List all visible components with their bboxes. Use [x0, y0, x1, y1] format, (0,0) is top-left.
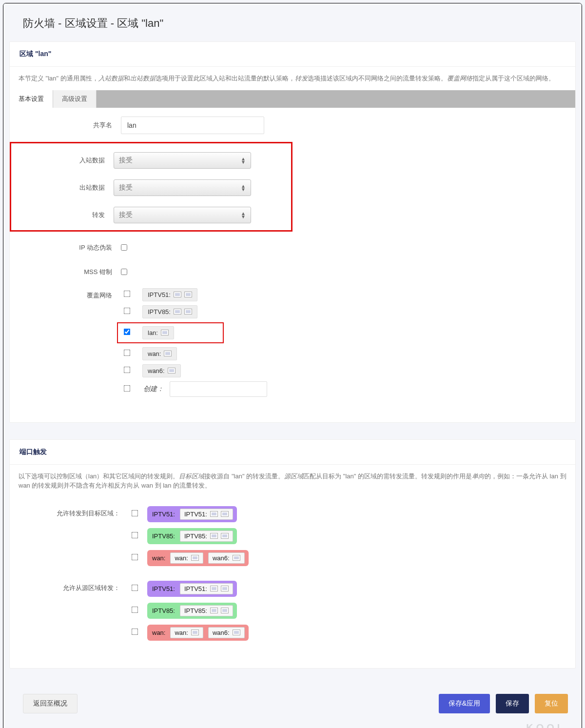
fwd-dest-label: 允许转发到目标区域：: [19, 506, 129, 518]
footer: Powered by LuCI Master (git-20.117.60969…: [9, 724, 576, 728]
interface-icon: [174, 309, 181, 315]
save-button[interactable]: 保存: [496, 694, 529, 713]
zone-checkbox[interactable]: [131, 510, 138, 517]
interface-icon: [221, 511, 229, 517]
zone-name: IPTV85:: [152, 607, 175, 614]
zone-chip[interactable]: IPTV85:IPTV85:: [147, 603, 237, 619]
zone-checkbox[interactable]: [131, 532, 138, 539]
zone-row: wan:wan: wan6:: [129, 625, 249, 641]
zone-chip[interactable]: IPTV51:IPTV51:: [147, 506, 237, 522]
network-check-wan[interactable]: [123, 350, 130, 356]
name-label: 共享名: [19, 121, 121, 130]
chevron-updown-icon: ▲▼: [241, 212, 246, 218]
port-panel-desc: 以下选项可以控制区域（lan）和其它区域间的转发规则。目标区域接收源自 "lan…: [10, 465, 575, 497]
interface-icon: [161, 330, 169, 335]
interface-icon: [174, 292, 181, 297]
zone-chip[interactable]: IPTV51:IPTV51:: [147, 581, 237, 597]
network-check-wan6[interactable]: [123, 367, 130, 374]
tabs: 基本设置 高级设置: [10, 90, 575, 108]
interface-icon: [221, 608, 229, 613]
input-select[interactable]: 接受 ▲▼: [114, 152, 251, 169]
interface-icon: [210, 586, 218, 591]
forward-select[interactable]: 接受 ▲▼: [114, 207, 251, 223]
zone-checkbox[interactable]: [131, 629, 138, 635]
masq-label: IP 动态伪装: [19, 243, 121, 252]
zone-sub: IPTV85:: [180, 531, 233, 542]
output-select[interactable]: 接受 ▲▼: [114, 179, 251, 196]
network-tag[interactable]: lan:: [142, 326, 174, 339]
output-label: 出站数据: [11, 183, 114, 192]
zone-chip[interactable]: wan:wan: wan6:: [147, 550, 249, 566]
back-button[interactable]: 返回至概况: [23, 694, 78, 713]
forward-label: 转发: [11, 211, 114, 219]
interface-icon: [191, 555, 199, 561]
zone-name: IPTV51:: [152, 585, 175, 592]
zone-sub: wan6:: [208, 627, 245, 638]
zone-panel-desc: 本节定义 "lan" 的通用属性，入站数据和出站数据选项用于设置此区域入站和出站…: [10, 67, 575, 90]
zone-chip[interactable]: IPTV85:IPTV85:: [147, 528, 237, 544]
network-tag[interactable]: IPTV51:: [142, 288, 197, 301]
zone-panel: 区域 "lan" 本节定义 "lan" 的通用属性，入站数据和出站数据选项用于设…: [9, 41, 576, 423]
page-title: 防火墙 - 区域设置 - 区域 "lan": [9, 6, 576, 41]
network-lan-highlight: lan:: [117, 322, 224, 343]
zone-row: IPTV51:IPTV51:: [129, 581, 249, 597]
zone-name: IPTV85:: [152, 532, 175, 540]
masq-checkbox[interactable]: [121, 244, 127, 251]
network-check-iptv85[interactable]: [123, 308, 130, 315]
name-input[interactable]: [121, 117, 264, 134]
zone-sub: wan:: [170, 627, 203, 638]
interface-icon: [210, 608, 218, 613]
network-row-wan6: wan6:: [121, 364, 267, 377]
zone-checkbox[interactable]: [131, 585, 138, 591]
network-check-iptv51[interactable]: [123, 291, 130, 297]
policy-highlight-box: 入站数据 接受 ▲▼ 出站数据 接受 ▲▼ 转发: [10, 142, 292, 232]
zone-row: wan:wan: wan6:: [129, 550, 249, 566]
zone-panel-header: 区域 "lan": [10, 42, 575, 67]
interface-icon: [233, 555, 240, 561]
zone-row: IPTV85:IPTV85:: [129, 528, 249, 544]
network-row-iptv51: IPTV51:: [121, 288, 267, 301]
interface-icon: [191, 630, 199, 635]
zone-checkbox[interactable]: [131, 607, 138, 613]
interface-icon: [168, 368, 176, 374]
reset-button[interactable]: 复位: [535, 694, 568, 713]
network-tag[interactable]: wan:: [142, 347, 177, 360]
watermark: KOOL S H A R E: [526, 722, 566, 728]
interface-icon: [184, 292, 192, 297]
zone-chip[interactable]: wan:wan: wan6:: [147, 625, 249, 641]
interface-icon: [221, 586, 229, 591]
mss-label: MSS 钳制: [19, 268, 121, 276]
network-check-create[interactable]: [123, 385, 130, 392]
zone-sub: wan:: [170, 552, 203, 564]
zone-row: IPTV85:IPTV85:: [129, 603, 249, 619]
create-input[interactable]: [170, 381, 267, 397]
network-tag[interactable]: IPTV85:: [142, 305, 197, 318]
interface-icon: [184, 309, 192, 315]
interface-icon: [233, 630, 240, 635]
save-apply-button[interactable]: 保存&应用: [439, 694, 490, 713]
zone-name: wan:: [152, 554, 165, 562]
port-panel-header: 端口触发: [10, 440, 575, 465]
interface-icon: [210, 533, 218, 539]
tab-advanced[interactable]: 高级设置: [53, 90, 97, 108]
chevron-updown-icon: ▲▼: [241, 184, 246, 191]
network-check-lan[interactable]: [123, 329, 130, 335]
interface-icon: [221, 533, 229, 539]
mss-checkbox[interactable]: [121, 269, 127, 275]
chevron-updown-icon: ▲▼: [241, 157, 246, 164]
input-label: 入站数据: [11, 156, 114, 165]
zone-sub: wan6:: [208, 552, 245, 564]
zone-checkbox[interactable]: [131, 554, 138, 561]
fwd-src-label: 允许从源区域转发：: [19, 581, 129, 592]
network-row-wan: wan:: [121, 347, 267, 360]
actions-bar: 返回至概况 保存&应用 保存 复位: [9, 685, 576, 724]
network-tag[interactable]: wan6:: [142, 364, 181, 377]
tab-basic[interactable]: 基本设置: [10, 90, 53, 108]
networks-label: 覆盖网络: [19, 288, 121, 300]
zone-name: IPTV51:: [152, 511, 175, 518]
network-row-iptv85: IPTV85:: [121, 305, 267, 318]
zone-sub: IPTV51:: [180, 509, 233, 520]
interface-icon: [210, 511, 218, 517]
zone-sub: IPTV85:: [180, 605, 233, 616]
port-panel: 端口触发 以下选项可以控制区域（lan）和其它区域间的转发规则。目标区域接收源自…: [9, 439, 576, 669]
